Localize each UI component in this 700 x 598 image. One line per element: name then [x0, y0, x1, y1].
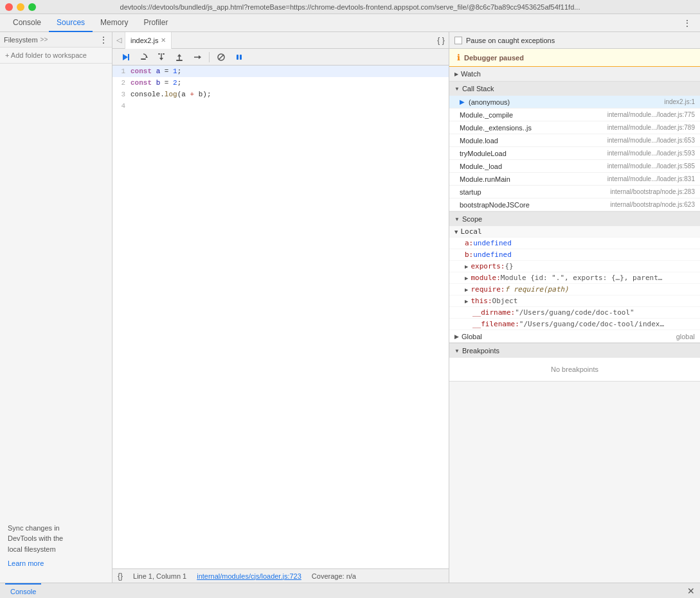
stack-fn-module-load: Module._load	[460, 163, 607, 170]
deactivate-breakpoints-button[interactable]	[213, 50, 229, 64]
tab-sources[interactable]: Sources	[49, 14, 93, 32]
more-icon[interactable]: >>	[40, 36, 48, 43]
local-expand-icon	[454, 229, 458, 235]
more-tabs-button[interactable]: ⋮	[679, 15, 695, 31]
svg-marker-9	[177, 54, 181, 57]
add-folder-button[interactable]: + Add folder to workspace	[0, 48, 112, 64]
svg-rect-1	[128, 54, 129, 60]
pause-caught-container: Pause on caught exceptions	[454, 37, 555, 44]
resume-button[interactable]	[118, 50, 133, 64]
stack-fn-compile: Module._compile	[460, 111, 607, 119]
stack-loc-load: internal/module.../loader.js:653	[607, 137, 695, 144]
scope-val-require: f require(path)	[505, 285, 568, 294]
step-button[interactable]	[190, 50, 205, 64]
svg-marker-0	[123, 54, 128, 60]
stack-item-anonymous[interactable]: ▶ (anonymous) index2.js:1	[449, 96, 700, 109]
stack-fn-load: Module.load	[460, 137, 607, 145]
scope-global-val: global	[676, 333, 695, 340]
stack-item-startup[interactable]: startup internal/bootstrap/node.js:283	[449, 186, 700, 198]
call-stack-label: Call Stack	[462, 85, 494, 92]
scope-item-filename: __filename: "/Users/guang/code/doc-tool/…	[449, 319, 700, 330]
scope-key-dirname: __dirname:	[472, 308, 515, 317]
line-content-2: const b = 2;	[130, 77, 449, 89]
stack-item-extensions[interactable]: Module._extensions..js internal/module..…	[449, 121, 700, 134]
pause-caught-checkbox[interactable]	[454, 37, 462, 44]
titlebar: devtools://devtools/bundled/js_app.html?…	[0, 0, 700, 14]
sidebar-options-icon[interactable]: ⋮	[99, 35, 108, 45]
svg-line-14	[219, 55, 224, 60]
minimize-button[interactable]	[17, 3, 24, 11]
code-line-1: 1 const a = 1;	[112, 66, 449, 77]
stack-item-load[interactable]: Module.load internal/module.../loader.js…	[449, 134, 700, 147]
stack-item-module-load[interactable]: Module._load internal/module.../loader.j…	[449, 160, 700, 173]
scope-label: Scope	[462, 215, 482, 223]
svg-rect-16	[240, 55, 242, 60]
scope-global-header[interactable]: Global global	[449, 330, 700, 343]
scope-item-require[interactable]: require: f require(path)	[449, 284, 700, 295]
stack-item-runmain[interactable]: Module.runMain internal/module.../loader…	[449, 173, 700, 186]
tab-console[interactable]: Console	[5, 14, 49, 32]
tab-memory[interactable]: Memory	[93, 14, 136, 32]
module-path[interactable]: internal/modules/cjs/loader.js:723	[197, 572, 301, 580]
navigate-back-button[interactable]: ◁	[112, 32, 125, 49]
stack-fn-trymoduleload: tryModuleLoad	[460, 150, 607, 157]
tab-profiler[interactable]: Profiler	[136, 14, 175, 32]
code-file-tab[interactable]: index2.js ✕	[125, 32, 172, 49]
code-line-2: 2 const b = 2;	[112, 77, 449, 89]
no-breakpoints-text: No breakpoints	[551, 365, 598, 373]
scope-item-this[interactable]: this: Object	[449, 295, 700, 307]
scope-val-filename: "/Users/guang/code/doc-tool/index…	[519, 320, 664, 328]
scope-local-header[interactable]: Local	[449, 226, 700, 238]
stack-loc-extensions: internal/module.../loader.js:789	[607, 124, 695, 131]
bottom-tab-console[interactable]: Console	[5, 583, 41, 599]
scope-item-exports[interactable]: exports: {}	[449, 261, 700, 272]
code-area: ◁ index2.js ✕ { }	[112, 32, 449, 583]
scope-key-a: a:	[465, 239, 473, 247]
call-stack-header[interactable]: Call Stack	[449, 82, 700, 96]
code-line-4: 4	[112, 100, 449, 112]
stack-fn-bootstrap: bootstrapNodeJSCore	[460, 201, 610, 209]
module-expand-icon	[465, 275, 468, 281]
exports-expand-icon	[465, 263, 468, 270]
step-over-button[interactable]	[136, 50, 151, 64]
svg-rect-7	[163, 53, 165, 55]
svg-rect-10	[176, 60, 183, 61]
scope-key-require: require:	[471, 285, 505, 294]
sidebar-header-left: Filesystem >>	[4, 36, 48, 44]
line-number-3: 3	[112, 89, 130, 100]
step-into-button[interactable]	[154, 50, 169, 64]
scope-key-filename: __filename:	[472, 320, 519, 328]
scope-item-module[interactable]: module: Module {id: ".", exports: {…}, p…	[449, 272, 700, 284]
stack-fn-runmain: Module.runMain	[460, 175, 607, 183]
main-layout: Filesystem >> ⋮ + Add folder to workspac…	[0, 32, 700, 583]
breakpoints-header[interactable]: Breakpoints	[449, 344, 700, 358]
svg-rect-15	[237, 55, 238, 60]
maximize-button[interactable]	[28, 3, 36, 11]
watch-header[interactable]: Watch	[449, 67, 700, 81]
close-button[interactable]	[5, 3, 13, 11]
scope-item-dirname: __dirname: "/Users/guang/code/doc-tool"	[449, 307, 700, 319]
bottom-close-button[interactable]: ✕	[687, 586, 695, 596]
scope-header[interactable]: Scope	[449, 212, 700, 226]
pretty-print-button[interactable]: { }	[433, 32, 449, 49]
stack-item-bootstrap[interactable]: bootstrapNodeJSCore internal/bootstrap/n…	[449, 198, 700, 211]
file-tab-close[interactable]: ✕	[161, 37, 166, 44]
stack-item-trymoduleload[interactable]: tryModuleLoad internal/module.../loader.…	[449, 147, 700, 160]
line-number-1: 1	[112, 66, 130, 77]
learn-more-link[interactable]: Learn more	[8, 559, 44, 567]
watch-section: Watch	[449, 67, 700, 82]
step-out-button[interactable]	[172, 50, 187, 64]
bottom-bar: Console ✕	[0, 583, 700, 598]
svg-rect-3	[141, 58, 146, 60]
titlebar-text: devtools://devtools/bundled/js_app.html?…	[0, 3, 700, 11]
line-number-4: 4	[112, 100, 130, 112]
scope-val-dirname: "/Users/guang/code/doc-tool"	[515, 308, 634, 317]
svg-marker-5	[159, 58, 163, 60]
stack-item-compile[interactable]: Module._compile internal/module.../loade…	[449, 109, 700, 121]
pause-button[interactable]	[231, 50, 247, 64]
file-tab-name: index2.js	[130, 37, 158, 44]
stack-loc-anonymous: index2.js:1	[664, 98, 695, 105]
stack-loc-trymoduleload: internal/module.../loader.js:593	[607, 150, 695, 157]
code-editor[interactable]: 1 const a = 1; 2 const b = 2; 3 console.…	[112, 66, 449, 568]
active-frame-icon: ▶	[460, 98, 465, 105]
